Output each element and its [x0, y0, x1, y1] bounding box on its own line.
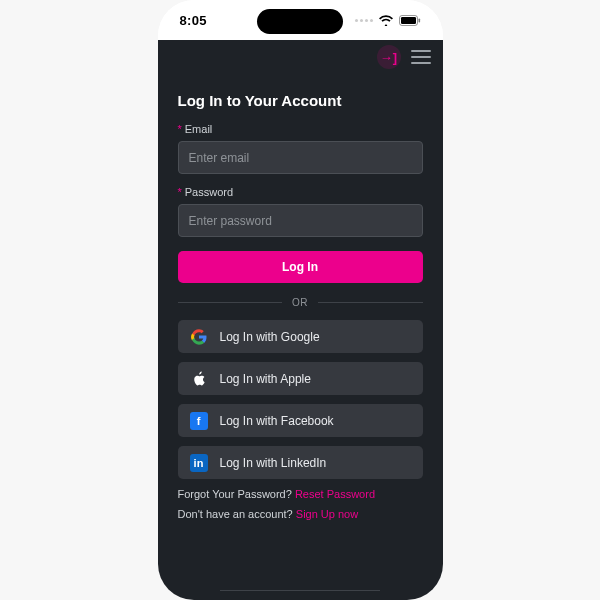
apple-login-button[interactable]: Log In with Apple: [178, 362, 423, 395]
facebook-login-label: Log In with Facebook: [220, 414, 334, 428]
divider-label: OR: [282, 297, 318, 308]
forgot-password-prompt: Forgot Your Password?: [178, 488, 295, 500]
password-label: *Password: [178, 186, 423, 198]
linkedin-login-button[interactable]: in Log In with LinkedIn: [178, 446, 423, 479]
linkedin-icon: in: [190, 454, 208, 472]
facebook-icon: f: [190, 412, 208, 430]
clock: 8:05: [180, 13, 207, 28]
phone-frame: 8:05 →] Log In to Your Account *Email: [158, 0, 443, 600]
top-bar: →]: [158, 40, 443, 74]
email-field[interactable]: [178, 141, 423, 174]
google-login-label: Log In with Google: [220, 330, 320, 344]
apple-login-label: Log In with Apple: [220, 372, 311, 386]
battery-icon: [399, 15, 421, 26]
facebook-login-button[interactable]: f Log In with Facebook: [178, 404, 423, 437]
login-icon[interactable]: →]: [377, 45, 401, 69]
login-button[interactable]: Log In: [178, 251, 423, 283]
google-login-button[interactable]: Log In with Google: [178, 320, 423, 353]
google-icon: [190, 328, 208, 346]
forgot-password-row: Forgot Your Password? Reset Password: [178, 488, 423, 500]
page-title: Log In to Your Account: [178, 92, 423, 109]
svg-rect-2: [418, 18, 420, 22]
divider: OR: [178, 297, 423, 308]
dynamic-island: [257, 9, 343, 34]
bottom-divider: [158, 580, 443, 600]
app-root: →] Log In to Your Account *Email *Passwo…: [158, 40, 443, 600]
signup-link[interactable]: Sign Up now: [296, 508, 358, 520]
status-icons: [355, 15, 421, 26]
wifi-icon: [379, 15, 393, 26]
apple-icon: [190, 370, 208, 388]
email-label: *Email: [178, 123, 423, 135]
menu-icon[interactable]: [411, 50, 431, 64]
reset-password-link[interactable]: Reset Password: [295, 488, 375, 500]
login-form: Log In to Your Account *Email *Password …: [158, 74, 443, 520]
password-field[interactable]: [178, 204, 423, 237]
cellular-icon: [355, 19, 373, 22]
svg-rect-1: [401, 17, 416, 24]
signup-prompt: Don't have an account?: [178, 508, 296, 520]
signup-row: Don't have an account? Sign Up now: [178, 508, 423, 520]
linkedin-login-label: Log In with LinkedIn: [220, 456, 327, 470]
